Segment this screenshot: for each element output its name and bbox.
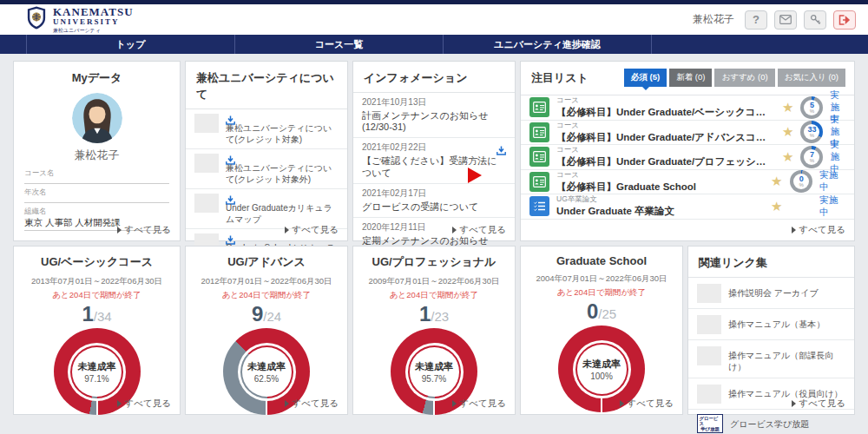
see-all-link[interactable]: すべて見る: [792, 398, 845, 410]
see-all-link[interactable]: すべて見る: [285, 224, 339, 236]
percent-sign: %: [799, 182, 804, 187]
download-icon[interactable]: [226, 153, 235, 162]
star-icon[interactable]: ★: [782, 124, 793, 140]
see-all-arrow-icon: [620, 400, 624, 407]
star-icon[interactable]: ★: [770, 199, 783, 214]
chart-period: 2013年07月01日～2022年06月30日: [14, 276, 180, 287]
progress-value: 7: [810, 151, 814, 158]
watch-list-item[interactable]: コース 【必修科目】Graduate School ★ 0% 実施中: [521, 170, 854, 195]
tab-label: 新着 (0): [676, 72, 705, 82]
donut-center-value: 100%: [590, 372, 613, 381]
link-label: 操作説明会 アーカイブ: [728, 288, 819, 299]
list-item[interactable]: 兼松ユニバーシティについて(クレジット対象): [186, 109, 347, 149]
see-all-link[interactable]: すべて見る: [117, 398, 171, 410]
info-item[interactable]: 2021年02月22日 【ご確認ください】受講方法について: [353, 138, 515, 183]
see-all-label: すべて見る: [293, 224, 339, 236]
globis-logo-line1: グロービス: [699, 417, 720, 426]
download-icon[interactable]: [226, 233, 235, 242]
tab-recommended[interactable]: おすすめ (0): [714, 69, 774, 87]
chart-card-ug-professional: UG/プロフェッショナル 2009年07月01日～2022年06月30日 あと2…: [352, 246, 516, 415]
watch-list-item[interactable]: コース 【必修科目】Under Graduate/ベーシックコース ★ 5% 実…: [521, 95, 854, 121]
watch-list-item[interactable]: コース 【必修科目】Under Graduate/アドバンスコース ★ 33% …: [521, 121, 854, 146]
info-item[interactable]: 2021年10月13日 計画メンテナンスのお知らせ(12/30-31): [353, 93, 515, 138]
watch-list-tabs: 必須 (5) 新着 (0) おすすめ (0) お気に入り (0): [624, 69, 845, 87]
see-all-arrow-icon: [285, 227, 289, 233]
see-all-arrow-icon: [792, 227, 796, 233]
watch-list-card: 注目リスト 必須 (5) 新着 (0) おすすめ (0) お気に入り (0): [520, 61, 855, 241]
deadline-note: あと204日で期間が終了: [14, 290, 180, 301]
help-button[interactable]: ?: [745, 10, 767, 30]
profile-name: 兼松花子: [14, 148, 180, 163]
see-all-link[interactable]: すべて見る: [620, 398, 674, 410]
mail-button[interactable]: [774, 10, 797, 30]
link-item[interactable]: 操作マニュアル（基本）: [688, 309, 854, 340]
item-category: コース: [556, 95, 775, 106]
completed-count: 9: [252, 302, 263, 326]
logout-button[interactable]: [833, 10, 856, 30]
donut-center-value: 97.1%: [84, 374, 108, 384]
watch-list-item[interactable]: コース 【必修科目】Under Graduate/プロフェッショナルコ… ★ 7…: [521, 145, 854, 170]
status-link[interactable]: 実施中: [819, 194, 845, 219]
see-all-arrow-icon: [285, 400, 289, 407]
tab-new[interactable]: 新着 (0): [669, 69, 712, 87]
progress-value: 0: [799, 175, 804, 182]
user-area: 兼松花子 ?: [693, 10, 856, 30]
see-all-arrow-icon: [117, 400, 122, 407]
watch-list-rows: コース 【必修科目】Under Graduate/ベーシックコース ★ 5% 実…: [521, 95, 854, 220]
nav-tab-course-list[interactable]: コース一覧: [235, 35, 444, 54]
total-count: /34: [94, 309, 112, 324]
link-item[interactable]: 操作マニュアル（部課長向け）: [688, 340, 854, 378]
see-all-label: すべて見る: [125, 398, 171, 410]
donut-center-value: 95.7%: [422, 374, 446, 384]
item-category: コース: [556, 145, 775, 155]
completion-count: 1/23: [353, 302, 515, 326]
thumbnail-placeholder: [194, 154, 219, 173]
link-label: グロービス学び放題: [730, 419, 809, 431]
tab-favorites[interactable]: お気に入り (0): [778, 69, 845, 87]
download-icon[interactable]: [226, 113, 235, 122]
total-count: /25: [598, 306, 616, 321]
info-item[interactable]: 2021年02月17日 グロービスの受講について: [353, 184, 515, 218]
deadline-note: あと204日で期間が終了: [521, 287, 682, 299]
link-item[interactable]: 操作説明会 アーカイブ: [688, 278, 854, 309]
mail-icon: [779, 15, 792, 24]
field-year: 年次名: [24, 187, 169, 203]
see-all-link[interactable]: すべて見る: [117, 224, 171, 236]
download-icon[interactable]: [226, 193, 235, 202]
course-card-icon: [529, 97, 549, 117]
see-all-link[interactable]: すべて見る: [285, 398, 339, 410]
deadline-note: あと204日で期間が終了: [353, 290, 515, 301]
star-icon[interactable]: ★: [782, 100, 793, 115]
star-icon[interactable]: ★: [782, 149, 793, 165]
star-icon[interactable]: ★: [770, 174, 783, 189]
nav-tab-progress[interactable]: ユニバーシティ進捗確認: [444, 35, 652, 54]
logout-icon: [838, 15, 851, 25]
tab-required[interactable]: 必須 (5): [624, 69, 667, 87]
active-tab-pointer: [642, 87, 649, 90]
thumbnail-placeholder: [697, 346, 721, 365]
nav-tab-top[interactable]: トップ: [27, 35, 235, 54]
see-all-link[interactable]: すべて見る: [452, 224, 506, 236]
chart-title: UG/ベーシックコース: [14, 247, 180, 270]
total-count: /24: [263, 309, 281, 324]
field-label: 年次名: [24, 187, 169, 198]
field-course: コース名: [24, 168, 169, 184]
password-button[interactable]: [804, 10, 826, 30]
see-all-arrow-icon: [792, 400, 796, 407]
see-all-link[interactable]: すべて見る: [792, 224, 845, 236]
chart-title: UG/プロフェッショナル: [353, 247, 515, 270]
links-list: 操作説明会 アーカイブ 操作マニュアル（基本） 操作マニュアル（部課長向け） 操…: [688, 278, 854, 434]
university-logo[interactable]: KANEMATSU UNIVERSITY 兼松ユニバーシティ: [26, 6, 134, 33]
see-all-label: すべて見る: [799, 224, 845, 236]
thumbnail-placeholder: [697, 385, 721, 404]
course-card-icon: [529, 122, 549, 142]
see-all-link[interactable]: すべて見る: [452, 398, 506, 410]
watch-list-item[interactable]: UG卒業論文 Under Graduate 卒業論文 ★ 実施中: [521, 194, 854, 220]
donut-start-notch: [266, 400, 267, 415]
chart-card-ug-advance: UG/アドバンス 2012年07月01日～2022年06月30日 あと204日で…: [185, 246, 348, 415]
download-icon[interactable]: [496, 143, 506, 159]
status-link[interactable]: 実施中: [819, 169, 845, 194]
link-item[interactable]: グロービス 学び放題 グロービス学び放題: [688, 410, 854, 434]
see-all-arrow-icon: [452, 400, 457, 407]
list-item[interactable]: 兼松ユニバーシティについて(クレジット対象外): [186, 149, 347, 189]
